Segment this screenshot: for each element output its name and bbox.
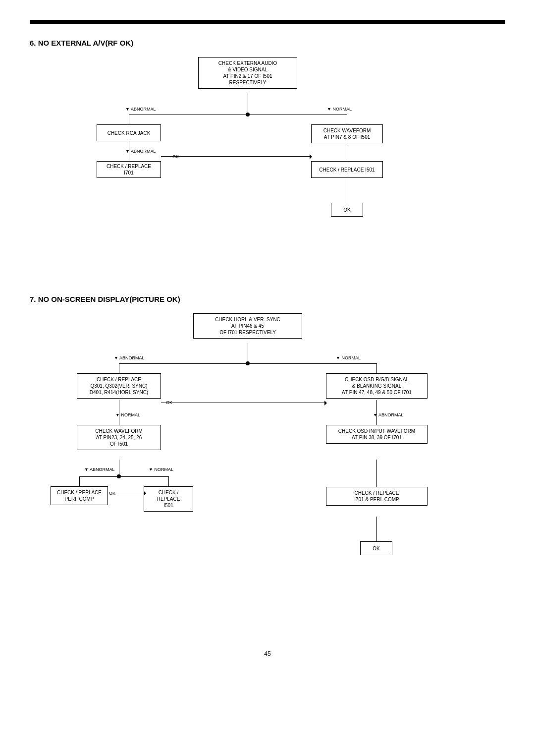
- dot-s7-2: [117, 474, 121, 478]
- line-ok-s7: [161, 403, 324, 403]
- line-h-left: [129, 115, 246, 115]
- box-hori-ver-sync: CHECK HORI. & VER. SYNCAT PIN46 & 45OF I…: [193, 313, 302, 339]
- page-number: 45: [30, 650, 505, 657]
- label-s7-ok2: OK: [109, 491, 115, 496]
- line-v-osd3: [376, 460, 377, 487]
- box-waveform-i501: CHECK WAVEFORMAT PIN23, 24, 25, 26OF I50…: [77, 425, 161, 450]
- box-osd-rgb: CHECK OSD R/G/B SIGNAL& BLANKING SIGNALA…: [326, 373, 428, 399]
- label-s7-normal1: ▼ NORMAL: [336, 355, 361, 360]
- box-replace-peri: CHECK / REPLACEPERI. COMP: [51, 486, 108, 505]
- line-ok-s7-2: [108, 493, 144, 493]
- line-v-s7-q: [119, 363, 119, 373]
- box-start-audio: CHECK EXTERNA AUDIO& VIDEO SIGNALAT PIN2…: [198, 57, 297, 89]
- line-h-s7-2left: [79, 476, 117, 477]
- box-i501: CHECK / REPLACE I501: [311, 161, 383, 178]
- box-replace-i701-peri: CHECK / REPLACEI701 & PERI. COMP: [326, 487, 428, 506]
- line-v-rca: [129, 115, 129, 124]
- line-h-right: [250, 115, 347, 115]
- label-s7-abnormal1: ▼ ABNORMAL: [114, 355, 144, 360]
- box-rca-jack: CHECK RCA JACK: [97, 124, 161, 141]
- label-s7-normal2: ▼ NORMAL: [115, 412, 140, 417]
- line-v-waveform: [347, 115, 347, 124]
- dot-s7-1: [246, 361, 250, 365]
- line-h-s7-2right: [121, 476, 168, 477]
- line-v-s7-osd: [376, 363, 377, 373]
- label-s7-abnormal2: ▼ ABNORMAL: [373, 412, 403, 417]
- label-s7-abnormal3: ▼ ABNORMAL: [84, 467, 114, 472]
- line-v-s7-1: [248, 344, 248, 361]
- dot1: [246, 113, 250, 116]
- section6-title: 6. NO EXTERNAL A/V(RF OK): [30, 39, 505, 47]
- line-v-peri: [79, 476, 80, 486]
- box-i701: CHECK / REPLACE I701: [97, 161, 161, 178]
- line-v1: [248, 93, 248, 113]
- label-ok1: OK: [172, 154, 179, 159]
- line-h-s7-left: [119, 363, 246, 364]
- box-ok-bottom: OK: [331, 203, 363, 217]
- box-replace-i501-s7: CHECK / REPLACEI501: [144, 486, 193, 512]
- line-v-wi501: [119, 460, 119, 474]
- box-waveform: CHECK WAVEFORMAT PIN7 & 8 OF I501: [311, 124, 383, 143]
- label-s7-normal3: ▼ NORMAL: [149, 467, 173, 472]
- line-v-waveform2: [347, 141, 347, 161]
- line-v-ok2: [347, 178, 347, 203]
- label-abnormal1: ▼ ABNORMAL: [125, 107, 156, 112]
- box-replace-q: CHECK / REPLACEQ301, Q302(VER. SYNC)D401…: [77, 373, 161, 399]
- line-v-ok-s7: [376, 517, 377, 541]
- line-ok1: [161, 156, 310, 157]
- label-normal1: ▼ NORMAL: [327, 107, 352, 112]
- section7-flowchart: CHECK HORI. & VER. SYNCAT PIN46 & 45OF I…: [30, 313, 505, 621]
- page-content: 6. NO EXTERNAL A/V(RF OK) CHECK EXTERNA …: [0, 0, 535, 677]
- label-abnormal2: ▼ ABNORMAL: [125, 149, 156, 154]
- box-osd-input: CHECK OSD IN/PUT WAVEFORMAT PIN 38, 39 O…: [326, 425, 428, 444]
- top-bar: [30, 20, 505, 24]
- box-ok-bottom-s7: OK: [360, 541, 392, 555]
- line-h-s7-right: [250, 363, 376, 364]
- section7-title: 7. NO ON-SCREEN DISPLAY(PICTURE OK): [30, 295, 505, 303]
- line-v-i501: [168, 476, 169, 486]
- section6-flowchart: CHECK EXTERNA AUDIO& VIDEO SIGNALAT PIN2…: [30, 57, 505, 265]
